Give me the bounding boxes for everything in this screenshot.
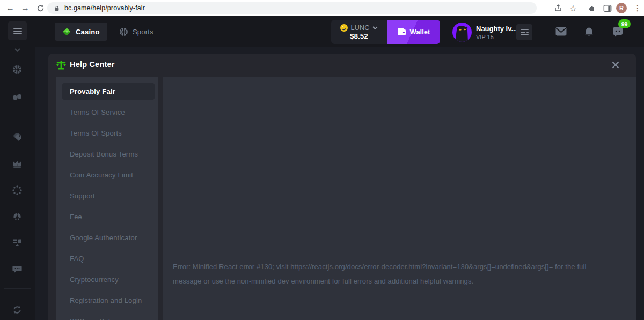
dotted-ring-icon [12, 185, 22, 195]
side-panel-button[interactable] [601, 2, 614, 14]
help-center-modal: Help Center Provably Fair Terms Of Servi… [48, 54, 636, 320]
tags-icon [12, 132, 22, 142]
basketball-icon [12, 65, 22, 75]
swap-icon [12, 305, 22, 315]
help-menu: Provably Fair Terms Of Service Terms Of … [56, 77, 158, 320]
user-avatar [452, 23, 472, 42]
list-menu-icon [521, 29, 529, 35]
rail-sports-item[interactable] [12, 65, 22, 75]
rail-collapse-chevron[interactable] [14, 44, 20, 54]
browser-back-button[interactable]: ← [3, 1, 17, 15]
chat-bubble-icon [12, 264, 22, 274]
help-menu-item-terms-of-service[interactable]: Terms Of Service [56, 102, 158, 123]
browser-menu-button[interactable]: ⋮ [631, 2, 644, 14]
rail-chat-item[interactable] [12, 264, 22, 274]
help-menu-item-terms-of-sports[interactable]: Terms Of Sports [56, 123, 158, 144]
bell-icon [584, 27, 594, 37]
react-error-message: Error: Minified React error #130; visit … [173, 259, 605, 288]
help-menu-item-google-authenticator[interactable]: Google Authenticator [56, 227, 158, 248]
rail-affiliate-item[interactable] [12, 212, 22, 221]
help-menu-item-bcswap-policy[interactable]: BCSwap Policy [56, 311, 158, 320]
tab-casino-label: Casino [76, 28, 100, 36]
leaderboard-icon [12, 237, 22, 247]
lock-icon [54, 5, 60, 12]
help-center-header: Help Center [48, 54, 636, 77]
rail-vip-club-item[interactable] [12, 159, 22, 169]
rail-promotions-item[interactable] [12, 132, 22, 142]
balance-amount: $8.52 [350, 32, 368, 40]
bookmark-star-button[interactable]: ☆ [567, 2, 580, 14]
ticket-icon [12, 92, 22, 102]
tab-sports-label: Sports [133, 28, 153, 36]
currency-code: LUNC [350, 24, 369, 32]
address-bar[interactable]: bc.game/help/provably-fair [47, 2, 537, 14]
help-menu-item-registration-and-login[interactable]: Registration and Login [56, 290, 158, 311]
lunc-coin-icon [340, 24, 348, 32]
url-text: bc.game/help/provably-fair [64, 4, 145, 12]
avatar-creature-icon [452, 23, 472, 42]
browser-toolbar: ← → bc.game/help/provably-fair ☆ R ⋮ [0, 0, 644, 16]
wallet-button[interactable]: Wallet [387, 20, 440, 44]
currency-selector[interactable]: LUNC $8.52 [331, 20, 387, 44]
rail-swap-item[interactable] [12, 305, 22, 315]
tab-sports[interactable]: Sports [114, 23, 159, 41]
envelope-icon [555, 27, 567, 36]
close-icon [612, 61, 619, 69]
scales-icon [56, 59, 67, 70]
casino-diamond-icon [62, 27, 71, 36]
user-profile[interactable]: Naughty Iv... VIP 15 [452, 23, 517, 42]
puzzle-icon [588, 4, 596, 12]
help-menu-item-cryptocurrency[interactable]: Cryptocurrency [56, 269, 158, 290]
partners-icon [12, 212, 22, 221]
chevron-down-icon [372, 26, 378, 29]
left-rail [0, 16, 35, 320]
help-menu-item-fee[interactable]: Fee [56, 206, 158, 227]
share-icon [554, 4, 562, 12]
help-content-panel: Error: Minified React error #130; visit … [163, 77, 636, 320]
wallet-button-label: Wallet [410, 28, 430, 36]
help-menu-item-deposit-bonus-terms[interactable]: Deposit Bonus Terms [56, 144, 158, 165]
username: Naughty Iv... [476, 25, 517, 33]
close-button[interactable] [610, 59, 621, 70]
browser-reload-button[interactable] [33, 1, 47, 15]
reload-icon [36, 4, 45, 12]
crown-icon [12, 159, 22, 169]
help-menu-item-coin-accuracy-limit[interactable]: Coin Accuracy Limit [56, 165, 158, 185]
help-center-title: Help Center [70, 60, 115, 69]
side-panel-icon [603, 4, 612, 12]
extensions-button[interactable] [585, 2, 598, 14]
profile-avatar: R [616, 3, 627, 13]
browser-profile-button[interactable]: R [615, 2, 628, 14]
notifications-button[interactable] [584, 27, 595, 36]
rail-menu-button[interactable] [8, 21, 27, 40]
help-menu-item-faq[interactable]: FAQ [56, 248, 158, 269]
rail-leaderboard-item[interactable] [12, 237, 22, 247]
chat-badge: 99 [618, 19, 631, 28]
tab-casino[interactable]: Casino [55, 23, 107, 41]
help-menu-item-support[interactable]: Support [56, 185, 158, 206]
bets-list-button[interactable] [516, 24, 532, 40]
help-menu-item-provably-fair[interactable]: Provably Fair [62, 83, 155, 100]
share-button[interactable] [552, 2, 565, 14]
hamburger-icon [13, 28, 22, 34]
messages-button[interactable] [555, 27, 566, 36]
wallet-icon [397, 28, 406, 36]
site-header: Casino Sports LUNC $8.52 Wallet Naughty … [35, 16, 644, 47]
sports-ball-icon [119, 27, 128, 36]
rail-lottery-item[interactable] [12, 92, 22, 102]
browser-forward-button[interactable]: → [18, 1, 32, 15]
vip-level: VIP 15 [476, 34, 517, 40]
rail-bcd-item[interactable] [12, 185, 22, 195]
